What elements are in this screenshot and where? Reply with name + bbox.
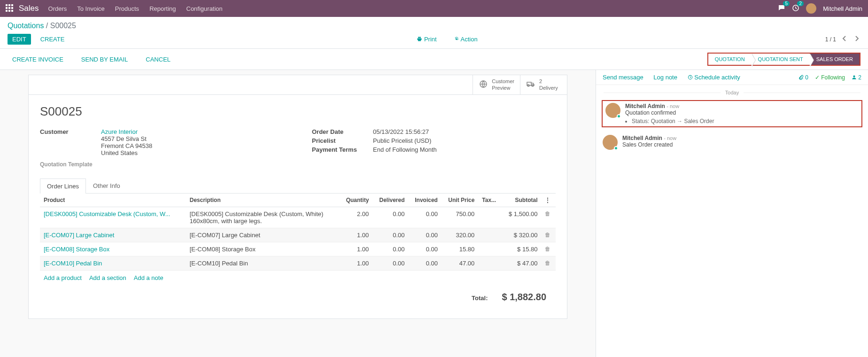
line-tax xyxy=(478,242,502,256)
create-button[interactable]: CREATE xyxy=(36,34,70,45)
schedule-activity-link[interactable]: Schedule activity xyxy=(688,74,740,81)
col-delivered: Delivered xyxy=(372,194,408,207)
line-tax xyxy=(478,228,502,242)
pager-prev[interactable] xyxy=(841,35,848,44)
msg-time: - now xyxy=(664,135,676,141)
avatar xyxy=(603,135,618,150)
col-menu-icon[interactable]: ⋮ xyxy=(541,194,556,207)
msg-author: Mitchell Admin xyxy=(622,135,662,141)
col-product: Product xyxy=(40,194,186,207)
customer-link[interactable]: Azure Interior xyxy=(101,128,284,135)
status-quotation-sent[interactable]: QUOTATION SENT xyxy=(752,54,810,65)
status-change-bullet: Status: Quotation → Sales Order xyxy=(632,118,859,124)
date-divider: Today xyxy=(596,85,868,100)
line-invoiced: 0.00 xyxy=(409,242,442,256)
col-tax: Tax... xyxy=(478,194,502,207)
label-customer: Customer xyxy=(40,128,101,156)
line-delivered: 0.00 xyxy=(372,228,408,242)
truck-icon xyxy=(526,79,535,90)
menu-reporting[interactable]: Reporting xyxy=(149,5,176,12)
messages-count: 5 xyxy=(783,1,790,6)
line-invoiced: 0.00 xyxy=(409,256,442,270)
addr-line3: United States xyxy=(101,149,284,156)
line-qty: 1.00 xyxy=(340,256,372,270)
add-section-link[interactable]: Add a section xyxy=(89,274,126,281)
create-invoice-button[interactable]: CREATE INVOICE xyxy=(8,54,68,65)
line-product[interactable]: [E-COM07] Large Cabinet xyxy=(40,228,186,242)
cancel-button[interactable]: CANCEL xyxy=(141,54,175,65)
log-note-link[interactable]: Log note xyxy=(653,74,677,81)
following-button[interactable]: ✓ Following xyxy=(815,74,845,81)
delete-line-icon[interactable]: 🗑 xyxy=(541,228,556,242)
messages-icon[interactable]: 5 xyxy=(778,4,785,13)
line-delivered: 0.00 xyxy=(372,207,408,228)
label-pricelist: Pricelist xyxy=(312,137,373,144)
activities-icon[interactable]: 2 xyxy=(792,4,799,13)
avatar xyxy=(605,103,620,118)
value-order-date: 05/13/2022 15:56:27 xyxy=(373,128,556,135)
add-note-link[interactable]: Add a note xyxy=(134,274,163,281)
message-item: Mitchell Admin - now Sales Order created xyxy=(596,131,868,154)
followers-count[interactable]: 2 xyxy=(852,74,861,81)
line-desc: [E-COM07] Large Cabinet xyxy=(186,228,340,242)
menu-orders[interactable]: Orders xyxy=(48,5,67,12)
line-tax xyxy=(478,207,502,228)
line-subtotal: $ 15.80 xyxy=(502,242,541,256)
col-invoiced: Invoiced xyxy=(409,194,442,207)
action-bar: CREATE INVOICE SEND BY EMAIL CANCEL QUOT… xyxy=(0,49,868,70)
user-name[interactable]: Mitchell Admin xyxy=(823,5,862,12)
msg-text: Quotation confirmed xyxy=(625,109,859,116)
brand[interactable]: Sales xyxy=(19,4,39,13)
top-menu: Orders To Invoice Products Reporting Con… xyxy=(48,5,223,12)
add-product-link[interactable]: Add a product xyxy=(44,274,82,281)
line-desc: [DESK0005] Customizable Desk (Custom, Wh… xyxy=(186,207,340,228)
breadcrumb-root[interactable]: Quotations xyxy=(8,22,44,30)
menu-products[interactable]: Products xyxy=(115,5,139,12)
line-product[interactable]: [E-COM08] Storage Box xyxy=(40,242,186,256)
customer-preview-button[interactable]: CustomerPreview xyxy=(473,75,520,94)
status-sales-order[interactable]: SALES ORDER xyxy=(810,54,860,65)
addr-line1: 4557 De Silva St xyxy=(101,135,284,142)
apps-icon[interactable] xyxy=(6,4,14,13)
col-qty: Quantity xyxy=(340,194,372,207)
tabs: Order Lines Other Info xyxy=(40,178,556,194)
line-qty: 1.00 xyxy=(340,242,372,256)
order-lines-table: Product Description Quantity Delivered I… xyxy=(40,194,556,271)
value-payment-terms: End of Following Month xyxy=(373,146,556,153)
pager-next[interactable] xyxy=(853,35,860,44)
send-message-link[interactable]: Send message xyxy=(603,74,643,81)
line-product[interactable]: [DESK0005] Customizable Desk (Custom, W.… xyxy=(40,207,186,228)
record-title: S00025 xyxy=(40,104,556,119)
status-quotation[interactable]: QUOTATION xyxy=(708,54,752,65)
globe-icon xyxy=(479,79,488,90)
col-subtotal: Subtotal xyxy=(502,194,541,207)
tab-other-info[interactable]: Other Info xyxy=(86,178,127,193)
tab-order-lines[interactable]: Order Lines xyxy=(40,178,86,194)
delivery-button[interactable]: 2Delivery xyxy=(520,75,567,94)
table-row[interactable]: [E-COM07] Large Cabinet[E-COM07] Large C… xyxy=(40,228,556,242)
control-bar: EDIT CREATE Print Action 1 / 1 xyxy=(0,30,868,49)
line-product[interactable]: [E-COM10] Pedal Bin xyxy=(40,256,186,270)
attachment-count[interactable]: 0 xyxy=(798,74,808,81)
menu-configuration[interactable]: Configuration xyxy=(186,5,223,12)
col-price: Unit Price xyxy=(442,194,478,207)
menu-to-invoice[interactable]: To Invoice xyxy=(77,5,105,12)
action-button[interactable]: Action xyxy=(449,34,482,45)
table-row[interactable]: [E-COM10] Pedal Bin[E-COM10] Pedal Bin1.… xyxy=(40,256,556,270)
label-payment-terms: Payment Terms xyxy=(312,146,373,153)
send-email-button[interactable]: SEND BY EMAIL xyxy=(77,54,132,65)
line-price: 15.80 xyxy=(442,242,478,256)
table-row[interactable]: [DESK0005] Customizable Desk (Custom, W.… xyxy=(40,207,556,228)
total-value: $ 1,882.80 xyxy=(502,292,546,303)
delete-line-icon[interactable]: 🗑 xyxy=(541,256,556,270)
line-desc: [E-COM10] Pedal Bin xyxy=(186,256,340,270)
addr-line2: Fremont CA 94538 xyxy=(101,142,284,149)
user-avatar[interactable] xyxy=(806,3,816,14)
print-button[interactable]: Print xyxy=(412,34,441,45)
edit-button[interactable]: EDIT xyxy=(8,34,31,45)
table-row[interactable]: [E-COM08] Storage Box[E-COM08] Storage B… xyxy=(40,242,556,256)
line-invoiced: 0.00 xyxy=(409,207,442,228)
breadcrumb: Quotations / S00025 xyxy=(8,22,860,30)
delete-line-icon[interactable]: 🗑 xyxy=(541,207,556,228)
delete-line-icon[interactable]: 🗑 xyxy=(541,242,556,256)
